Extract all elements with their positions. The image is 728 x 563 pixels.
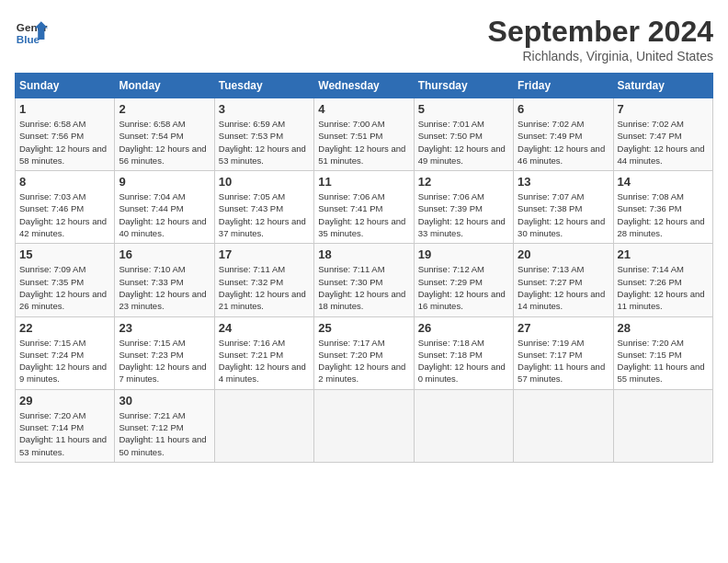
day-number: 28: [618, 321, 709, 335]
day-detail: Sunrise: 7:11 AM Sunset: 7:30 PM Dayligh…: [318, 263, 409, 312]
day-number: 14: [618, 175, 709, 189]
day-number: 27: [518, 321, 609, 335]
title-area: September 2024 Richlands, Virginia, Unit…: [488, 15, 713, 63]
calendar-cell: 11Sunrise: 7:06 AM Sunset: 7:41 PM Dayli…: [314, 171, 414, 244]
calendar-table: SundayMondayTuesdayWednesdayThursdayFrid…: [15, 73, 713, 463]
calendar-cell: 24Sunrise: 7:16 AM Sunset: 7:21 PM Dayli…: [214, 316, 313, 389]
calendar-cell: 8Sunrise: 7:03 AM Sunset: 7:46 PM Daylig…: [16, 171, 115, 244]
svg-text:Blue: Blue: [17, 33, 40, 45]
page-subtitle: Richlands, Virginia, United States: [488, 49, 713, 63]
calendar-cell: 14Sunrise: 7:08 AM Sunset: 7:36 PM Dayli…: [613, 171, 712, 244]
header: General Blue September 2024 Richlands, V…: [15, 15, 713, 63]
day-detail: Sunrise: 7:15 AM Sunset: 7:24 PM Dayligh…: [19, 337, 110, 385]
day-number: 19: [418, 247, 509, 261]
calendar-cell: 6Sunrise: 7:02 AM Sunset: 7:49 PM Daylig…: [514, 98, 613, 171]
day-detail: Sunrise: 6:58 AM Sunset: 7:56 PM Dayligh…: [19, 118, 110, 167]
day-detail: Sunrise: 7:16 AM Sunset: 7:21 PM Dayligh…: [219, 337, 310, 385]
day-number: 18: [318, 247, 409, 261]
calendar-cell: 13Sunrise: 7:07 AM Sunset: 7:38 PM Dayli…: [514, 171, 613, 244]
day-detail: Sunrise: 7:19 AM Sunset: 7:17 PM Dayligh…: [518, 337, 609, 385]
day-number: 8: [19, 175, 110, 189]
weekday-header-saturday: Saturday: [613, 74, 712, 98]
day-detail: Sunrise: 7:17 AM Sunset: 7:20 PM Dayligh…: [318, 337, 409, 385]
day-detail: Sunrise: 7:01 AM Sunset: 7:50 PM Dayligh…: [418, 118, 509, 167]
day-number: 11: [318, 175, 409, 189]
day-detail: Sunrise: 7:03 AM Sunset: 7:46 PM Dayligh…: [19, 190, 110, 239]
day-detail: Sunrise: 6:58 AM Sunset: 7:54 PM Dayligh…: [119, 118, 210, 167]
day-number: 23: [119, 321, 210, 335]
calendar-cell: 19Sunrise: 7:12 AM Sunset: 7:29 PM Dayli…: [414, 244, 513, 316]
page-title: September 2024: [488, 15, 713, 49]
day-detail: Sunrise: 7:08 AM Sunset: 7:36 PM Dayligh…: [618, 190, 709, 239]
calendar-cell: [414, 389, 513, 462]
calendar-cell: [214, 389, 313, 462]
day-detail: Sunrise: 7:21 AM Sunset: 7:12 PM Dayligh…: [119, 409, 210, 458]
day-number: 2: [119, 102, 210, 116]
calendar-cell: 2Sunrise: 6:58 AM Sunset: 7:54 PM Daylig…: [115, 98, 214, 171]
day-number: 10: [219, 175, 310, 189]
weekday-header-wednesday: Wednesday: [314, 74, 414, 98]
calendar-cell: 9Sunrise: 7:04 AM Sunset: 7:44 PM Daylig…: [115, 171, 214, 244]
calendar-cell: 30Sunrise: 7:21 AM Sunset: 7:12 PM Dayli…: [115, 389, 214, 462]
calendar-week-5: 29Sunrise: 7:20 AM Sunset: 7:14 PM Dayli…: [16, 389, 713, 462]
day-number: 3: [219, 102, 310, 116]
weekday-header-monday: Monday: [115, 74, 214, 98]
day-detail: Sunrise: 7:04 AM Sunset: 7:44 PM Dayligh…: [119, 190, 210, 239]
day-number: 21: [618, 247, 709, 261]
calendar-week-1: 1Sunrise: 6:58 AM Sunset: 7:56 PM Daylig…: [16, 98, 713, 171]
day-detail: Sunrise: 7:12 AM Sunset: 7:29 PM Dayligh…: [418, 263, 509, 312]
day-number: 24: [219, 321, 310, 335]
day-number: 5: [418, 102, 509, 116]
day-detail: Sunrise: 7:00 AM Sunset: 7:51 PM Dayligh…: [318, 118, 409, 167]
calendar-cell: 17Sunrise: 7:11 AM Sunset: 7:32 PM Dayli…: [214, 244, 313, 316]
weekday-header-thursday: Thursday: [414, 74, 513, 98]
day-number: 17: [219, 247, 310, 261]
day-number: 26: [418, 321, 509, 335]
day-detail: Sunrise: 7:10 AM Sunset: 7:33 PM Dayligh…: [119, 263, 210, 312]
calendar-week-2: 8Sunrise: 7:03 AM Sunset: 7:46 PM Daylig…: [16, 171, 713, 244]
logo: General Blue: [15, 15, 48, 48]
calendar-cell: 7Sunrise: 7:02 AM Sunset: 7:47 PM Daylig…: [613, 98, 712, 171]
calendar-cell: 28Sunrise: 7:20 AM Sunset: 7:15 PM Dayli…: [613, 316, 712, 389]
day-number: 22: [19, 321, 110, 335]
day-number: 12: [418, 175, 509, 189]
day-detail: Sunrise: 6:59 AM Sunset: 7:53 PM Dayligh…: [219, 118, 310, 167]
day-detail: Sunrise: 7:15 AM Sunset: 7:23 PM Dayligh…: [119, 337, 210, 385]
weekday-header-friday: Friday: [514, 74, 613, 98]
calendar-cell: 1Sunrise: 6:58 AM Sunset: 7:56 PM Daylig…: [16, 98, 115, 171]
calendar-cell: 16Sunrise: 7:10 AM Sunset: 7:33 PM Dayli…: [115, 244, 214, 316]
day-detail: Sunrise: 7:02 AM Sunset: 7:49 PM Dayligh…: [518, 118, 609, 167]
day-detail: Sunrise: 7:02 AM Sunset: 7:47 PM Dayligh…: [618, 118, 709, 167]
day-number: 6: [518, 102, 609, 116]
calendar-cell: [314, 389, 414, 462]
calendar-cell: 10Sunrise: 7:05 AM Sunset: 7:43 PM Dayli…: [214, 171, 313, 244]
day-detail: Sunrise: 7:05 AM Sunset: 7:43 PM Dayligh…: [219, 190, 310, 239]
calendar-cell: 12Sunrise: 7:06 AM Sunset: 7:39 PM Dayli…: [414, 171, 513, 244]
day-detail: Sunrise: 7:07 AM Sunset: 7:38 PM Dayligh…: [518, 190, 609, 239]
calendar-cell: 20Sunrise: 7:13 AM Sunset: 7:27 PM Dayli…: [514, 244, 613, 316]
calendar-cell: 29Sunrise: 7:20 AM Sunset: 7:14 PM Dayli…: [16, 389, 115, 462]
day-number: 25: [318, 321, 409, 335]
calendar-cell: 27Sunrise: 7:19 AM Sunset: 7:17 PM Dayli…: [514, 316, 613, 389]
calendar-cell: 26Sunrise: 7:18 AM Sunset: 7:18 PM Dayli…: [414, 316, 513, 389]
day-number: 13: [518, 175, 609, 189]
calendar-cell: 22Sunrise: 7:15 AM Sunset: 7:24 PM Dayli…: [16, 316, 115, 389]
day-number: 7: [618, 102, 709, 116]
day-detail: Sunrise: 7:06 AM Sunset: 7:39 PM Dayligh…: [418, 190, 509, 239]
day-detail: Sunrise: 7:11 AM Sunset: 7:32 PM Dayligh…: [219, 263, 310, 312]
day-number: 4: [318, 102, 409, 116]
day-number: 1: [19, 102, 110, 116]
calendar-week-4: 22Sunrise: 7:15 AM Sunset: 7:24 PM Dayli…: [16, 316, 713, 389]
calendar-cell: [514, 389, 613, 462]
calendar-cell: 15Sunrise: 7:09 AM Sunset: 7:35 PM Dayli…: [16, 244, 115, 316]
calendar-cell: 3Sunrise: 6:59 AM Sunset: 7:53 PM Daylig…: [214, 98, 313, 171]
day-number: 9: [119, 175, 210, 189]
day-number: 29: [19, 394, 110, 408]
calendar-cell: 18Sunrise: 7:11 AM Sunset: 7:30 PM Dayli…: [314, 244, 414, 316]
day-detail: Sunrise: 7:20 AM Sunset: 7:15 PM Dayligh…: [618, 337, 709, 385]
day-detail: Sunrise: 7:09 AM Sunset: 7:35 PM Dayligh…: [19, 263, 110, 312]
day-detail: Sunrise: 7:13 AM Sunset: 7:27 PM Dayligh…: [518, 263, 609, 312]
calendar-cell: [613, 389, 712, 462]
day-detail: Sunrise: 7:20 AM Sunset: 7:14 PM Dayligh…: [19, 409, 110, 458]
calendar-week-3: 15Sunrise: 7:09 AM Sunset: 7:35 PM Dayli…: [16, 244, 713, 316]
